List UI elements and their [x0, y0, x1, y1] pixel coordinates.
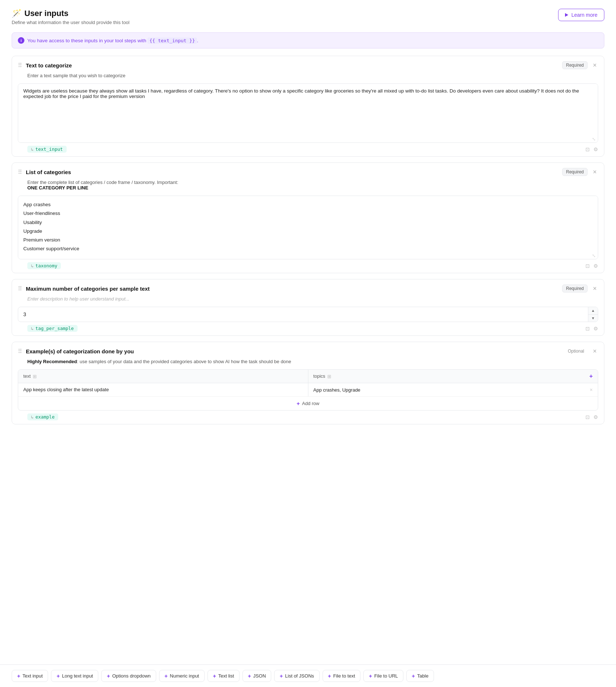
spinner-down[interactable]: ▼: [588, 315, 598, 322]
card-desc-1: Enter a text sample that you wish to cat…: [12, 73, 604, 82]
list-scroll-area[interactable]: App crashes User-friendliness Usability …: [18, 196, 598, 252]
list-item-3: Upgrade: [23, 227, 593, 236]
plus-icon-5: +: [248, 673, 251, 679]
plus-icon-9: +: [412, 673, 415, 679]
plus-icon-3: +: [165, 673, 168, 679]
list-item-1: User-friendliness: [23, 209, 593, 218]
page-header: 🪄 User inputs Define what information th…: [12, 9, 604, 25]
card-desc-2: Enter the complete list of categories / …: [12, 180, 604, 194]
table-header: text ⊞ topics ⊞ +: [18, 370, 598, 383]
badge-required-1: Required: [562, 61, 588, 69]
tag-4: ↳ example: [27, 413, 58, 420]
page-title: 🪄 User inputs: [12, 9, 130, 18]
th-topics-icon: ⊞: [327, 374, 331, 379]
textarea-input-1[interactable]: Widgets are useless because they always …: [18, 84, 598, 135]
add-text-list-button[interactable]: + Text list: [208, 670, 240, 682]
card-header-2: ⠿ List of categories Required ×: [12, 163, 604, 180]
gear-icon-3[interactable]: ⚙: [593, 326, 598, 331]
add-options-dropdown-button[interactable]: + Options dropdown: [101, 670, 156, 682]
table-row: App keeps closing after the latest updat…: [18, 383, 598, 397]
resize-icon-2: ⤡: [592, 253, 596, 258]
page-title-text: User inputs: [24, 9, 68, 18]
close-btn-3[interactable]: ×: [591, 284, 598, 293]
number-spinners: ▲ ▼: [588, 307, 598, 322]
resize-icon-1: ⤡: [592, 137, 596, 142]
examples-table: text ⊞ topics ⊞ + App keeps closing afte…: [18, 369, 598, 411]
add-row-button[interactable]: + Add row: [18, 397, 598, 410]
list-item-0: App crashes: [23, 200, 593, 209]
tag-actions-1: ⊡ ⚙: [585, 146, 598, 152]
gear-icon-1[interactable]: ⚙: [593, 146, 598, 152]
plus-icon-1: +: [56, 673, 60, 679]
td-topics-0: App crashes, Upgrade ×: [308, 383, 598, 396]
plus-icon-7: +: [328, 673, 331, 679]
card-text-to-categorize: ⠿ Text to categorize Required × Enter a …: [12, 56, 604, 157]
close-btn-4[interactable]: ×: [591, 347, 598, 355]
list-item-4: Premium version: [23, 236, 593, 244]
textarea-wrapper-1: Widgets are useless because they always …: [18, 83, 598, 143]
list-item-5: Customer support/service: [23, 244, 593, 252]
expand-icon-3[interactable]: ⊡: [585, 326, 590, 331]
close-btn-1[interactable]: ×: [591, 61, 598, 69]
expand-icon-4[interactable]: ⊡: [585, 414, 590, 420]
page-subtitle: Define what information the user should …: [12, 20, 130, 25]
info-banner-text: You have access to these inputs in your …: [27, 38, 198, 43]
plus-icon-2: +: [107, 673, 110, 679]
add-json-button[interactable]: + JSON: [242, 670, 271, 682]
list-textarea-wrapper: App crashes User-friendliness Usability …: [18, 196, 598, 259]
tag-2: ↳ taxonomy: [27, 262, 61, 269]
card-header-3: ⠿ Maximum number of categories per sampl…: [12, 279, 604, 296]
gear-icon-2[interactable]: ⚙: [593, 263, 598, 269]
card-title-3: Maximum number of categories per sample …: [26, 286, 558, 292]
card-header-1: ⠿ Text to categorize Required ×: [12, 56, 604, 73]
add-text-input-button[interactable]: + Text input: [12, 670, 48, 682]
tag-row-2: ↳ taxonomy ⊡ ⚙: [12, 259, 604, 273]
add-long-text-input-button[interactable]: + Long text input: [51, 670, 98, 682]
tag-actions-2: ⊡ ⚙: [585, 263, 598, 269]
bottom-toolbar: + Text input + Long text input + Options…: [0, 664, 616, 687]
card-max-categories: ⠿ Maximum number of categories per sampl…: [12, 279, 604, 336]
drag-handle-3[interactable]: ⠿: [18, 285, 22, 292]
card-title-2: List of categories: [26, 169, 558, 175]
number-input[interactable]: 3: [18, 308, 588, 321]
drag-handle-2[interactable]: ⠿: [18, 169, 22, 176]
number-input-wrapper: 3 ▲ ▼: [18, 307, 598, 322]
add-list-of-jsons-button[interactable]: + List of JSONs: [274, 670, 319, 682]
tag-row-3: ↳ tag_per_sample ⊡ ⚙: [12, 322, 604, 335]
add-table-button[interactable]: + Table: [406, 670, 434, 682]
tag-actions-4: ⊡ ⚙: [585, 414, 598, 420]
gear-icon-4[interactable]: ⚙: [593, 414, 598, 420]
tag-actions-3: ⊡ ⚙: [585, 326, 598, 331]
badge-optional-4: Optional: [564, 348, 588, 355]
td-text-0: App keeps closing after the latest updat…: [18, 383, 308, 396]
card-list-of-categories: ⠿ List of categories Required × Enter th…: [12, 162, 604, 273]
page-title-icon: 🪄: [12, 9, 21, 18]
card-title-4: Example(s) of categorization done by you: [26, 348, 561, 354]
learn-more-button[interactable]: Learn more: [558, 9, 604, 21]
add-column-button[interactable]: +: [589, 373, 593, 380]
play-icon: [565, 13, 568, 17]
expand-icon-2[interactable]: ⊡: [585, 263, 590, 269]
expand-icon-1[interactable]: ⊡: [585, 146, 590, 152]
add-file-to-url-button[interactable]: + File to URL: [363, 670, 403, 682]
close-btn-2[interactable]: ×: [591, 168, 598, 176]
drag-handle-4[interactable]: ⠿: [18, 348, 22, 355]
drag-handle-1[interactable]: ⠿: [18, 62, 22, 69]
plus-icon-4: +: [213, 673, 216, 679]
add-numeric-input-button[interactable]: + Numeric input: [159, 670, 205, 682]
tag-row-4: ↳ example ⊡ ⚙: [12, 411, 604, 424]
list-item-2: Usability: [23, 218, 593, 227]
card-desc-3: Enter description to help user understan…: [12, 296, 604, 305]
row-close-btn[interactable]: ×: [590, 387, 593, 393]
card-title-1: Text to categorize: [26, 62, 558, 68]
spinner-up[interactable]: ▲: [588, 307, 598, 315]
card-desc-4: Highly Recommended: use samples of your …: [12, 359, 604, 368]
card-examples: ⠿ Example(s) of categorization done by y…: [12, 342, 604, 424]
tag-1: ↳ text_input: [27, 146, 67, 153]
resize-handle-2: ⤡: [18, 252, 598, 259]
add-row-plus-icon: +: [297, 400, 300, 407]
th-text-icon: ⊞: [33, 374, 37, 379]
add-file-to-text-button[interactable]: + File to text: [323, 670, 361, 682]
plus-icon-6: +: [280, 673, 283, 679]
info-banner-code: {{ text_input }}: [147, 38, 197, 44]
